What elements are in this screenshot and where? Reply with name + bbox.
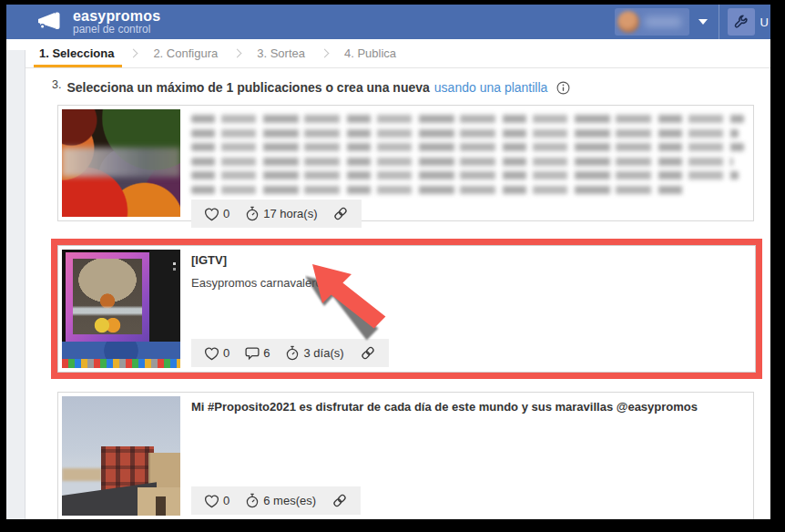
chevron-right-icon [233, 49, 242, 58]
heading-step-number: 3. [52, 78, 61, 91]
time-stat: 6 mes(es) [244, 492, 316, 509]
time-stat: 17 hora(s) [244, 205, 317, 222]
chevron-right-icon [129, 49, 138, 58]
chevron-right-icon [321, 49, 330, 58]
cropped-user-text: U [760, 15, 769, 29]
heart-icon [203, 493, 220, 509]
door [156, 496, 167, 516]
heading-text: Selecciona un máximo de 1 publicaciones … [66, 80, 429, 95]
section-heading: 3. Selecciona un máximo de 1 publicacion… [52, 80, 754, 95]
post-thumbnail [62, 396, 180, 516]
permalink-stat[interactable] [359, 344, 377, 362]
publication-card-2[interactable]: [IGTV] Easypromos carnavalero 0 [57, 245, 756, 373]
post-title: Mi #Proposito2021 es disfrutar de cada d… [191, 400, 744, 414]
tab-configura[interactable]: 2. Configura [150, 39, 220, 67]
distant-buildings [62, 468, 102, 481]
post-body: 0 17 hora(s) [191, 109, 744, 217]
permalink-stat[interactable] [331, 492, 349, 509]
carnival-frame [66, 252, 149, 343]
app-title: easypromos [73, 9, 160, 24]
permalink-stat[interactable] [331, 205, 350, 222]
chevron-down-icon [698, 19, 708, 25]
heart-icon [203, 345, 220, 362]
app-header: easypromos panel de control U [6, 5, 770, 39]
step-wizard-nav: 1. Selecciona 2. Configura 3. Sortea 4. … [6, 39, 770, 68]
link-icon [359, 344, 377, 362]
dock-bar [62, 359, 180, 368]
caption-redacted [191, 115, 744, 200]
likes-stat: 0 [203, 345, 229, 362]
post-thumbnail [62, 109, 180, 217]
selected-publication-highlight: [IGTV] Easypromos carnavalero 0 [51, 239, 762, 379]
tab-selecciona[interactable]: 1. Selecciona [36, 39, 117, 67]
stopwatch-icon [244, 205, 260, 222]
post-stats: 0 6 [191, 339, 389, 367]
stopwatch-icon [244, 492, 260, 509]
stopwatch-icon [284, 344, 301, 362]
app-subtitle: panel de control [73, 24, 160, 36]
link-icon [331, 492, 349, 509]
app-window: easypromos panel de control U [6, 5, 770, 519]
likes-stat: 0 [203, 206, 229, 222]
settings-button[interactable] [728, 8, 755, 36]
username-redacted [645, 16, 681, 27]
publication-card-1[interactable]: 0 17 hora(s) [57, 105, 754, 221]
wrench-icon [733, 15, 749, 30]
post-stats: 0 6 mes(es) [191, 486, 361, 515]
megaphone-icon [35, 11, 62, 33]
blue-banner [62, 342, 180, 360]
screenshot-frame: easypromos panel de control U [0, 0, 785, 532]
post-subtitle: Easypromos carnavalero [191, 276, 746, 290]
user-account-chip[interactable] [615, 8, 689, 36]
tab-publica[interactable]: 4. Publica [342, 39, 399, 67]
use-template-link[interactable]: usando una plantilla [434, 80, 548, 95]
link-icon [331, 205, 350, 222]
post-stats: 0 17 hora(s) [191, 200, 362, 228]
dark-panel [149, 250, 180, 343]
time-stat: 3 día(s) [284, 344, 343, 362]
tab-sortea[interactable]: 3. Sortea [254, 39, 308, 67]
blurred-overlay [62, 148, 180, 177]
info-icon[interactable] [556, 81, 570, 95]
post-body: [IGTV] Easypromos carnavalero 0 [191, 250, 746, 368]
avatar [617, 11, 639, 33]
person-photo [73, 259, 142, 333]
left-gutter [6, 50, 25, 519]
post-title: [IGTV] [191, 253, 746, 268]
post-thumbnail [62, 250, 180, 368]
heart-icon [203, 206, 220, 222]
header-divider [719, 5, 719, 39]
comments-stat: 6 [244, 345, 270, 362]
publication-card-3[interactable]: Mi #Proposito2021 es disfrutar de cada d… [57, 392, 754, 519]
comment-icon [244, 345, 260, 362]
post-body: Mi #Proposito2021 es disfrutar de cada d… [191, 396, 744, 516]
brand-logo[interactable]: easypromos panel de control [35, 9, 160, 36]
content-area: 3. Selecciona un máximo de 1 publicacion… [6, 80, 770, 519]
likes-stat: 0 [203, 493, 229, 509]
